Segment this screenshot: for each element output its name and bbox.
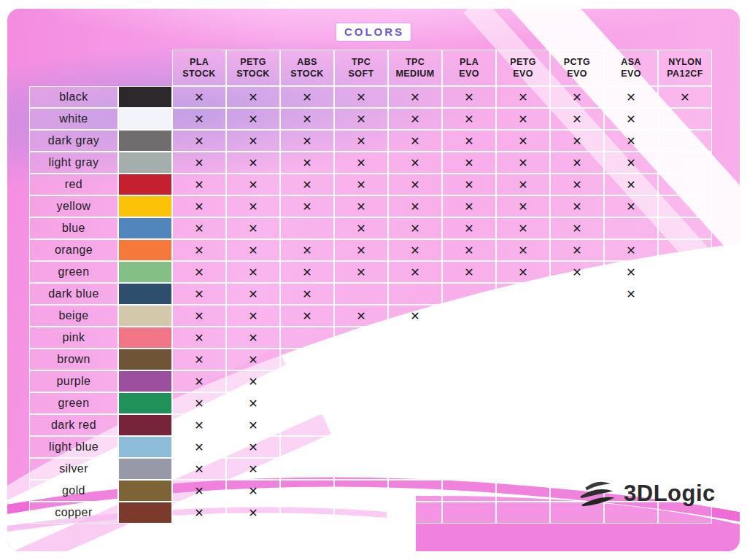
- availability-empty-cell: [496, 392, 550, 414]
- color-swatch-dark-gray: [118, 130, 172, 152]
- availability-x-mark: ✕: [280, 283, 334, 305]
- availability-empty-cell: [442, 283, 496, 305]
- color-swatch-green: [118, 392, 172, 414]
- availability-empty-cell: [550, 283, 604, 305]
- availability-x-mark: ✕: [550, 261, 604, 283]
- availability-x-mark: ✕: [442, 195, 496, 217]
- availability-empty-cell: [658, 108, 712, 130]
- color-row-label-orange: orange: [29, 239, 118, 261]
- availability-empty-cell: [334, 436, 388, 458]
- availability-empty-cell: [496, 305, 550, 327]
- availability-empty-cell: [442, 349, 496, 370]
- color-swatch-light-gray: [118, 152, 172, 174]
- availability-empty-cell: [442, 305, 496, 327]
- availability-x-mark: ✕: [334, 239, 388, 261]
- color-row-label-green: green: [29, 261, 118, 283]
- availability-empty-cell: [442, 370, 496, 392]
- availability-x-mark: ✕: [550, 239, 604, 261]
- availability-x-mark: ✕: [334, 305, 388, 327]
- color-swatch-dark-blue: [118, 283, 172, 305]
- availability-x-mark: ✕: [226, 392, 280, 414]
- availability-empty-cell: [604, 349, 658, 370]
- availability-x-mark: ✕: [388, 86, 442, 108]
- availability-empty-cell: [442, 327, 496, 349]
- availability-empty-cell: [658, 370, 712, 392]
- color-swatch-white: [118, 108, 172, 130]
- availability-x-mark: ✕: [172, 152, 226, 174]
- color-row-label-gold: gold: [29, 480, 118, 502]
- column-header-petg-stock: PETGSTOCK: [226, 50, 280, 86]
- availability-empty-cell: [658, 217, 712, 239]
- availability-empty-cell: [388, 349, 442, 370]
- availability-x-mark: ✕: [496, 195, 550, 217]
- page-title: COLORS: [336, 23, 411, 41]
- availability-empty-cell: [334, 370, 388, 392]
- availability-x-mark: ✕: [172, 327, 226, 349]
- column-header-petg-evo: PETGEVO: [496, 50, 550, 86]
- availability-x-mark: ✕: [604, 86, 658, 108]
- availability-x-mark: ✕: [226, 174, 280, 195]
- color-swatch-gold: [118, 480, 172, 502]
- availability-x-mark: ✕: [550, 130, 604, 152]
- color-row-label-dark-blue: dark blue: [29, 283, 118, 305]
- color-swatch-red: [118, 174, 172, 195]
- availability-x-mark: ✕: [226, 261, 280, 283]
- availability-empty-cell: [658, 305, 712, 327]
- availability-empty-cell: [388, 458, 442, 480]
- color-row-label-dark-red: dark red: [29, 414, 118, 436]
- availability-x-mark: ✕: [172, 502, 226, 524]
- availability-empty-cell: [280, 370, 334, 392]
- availability-empty-cell: [442, 480, 496, 502]
- availability-x-mark: ✕: [226, 217, 280, 239]
- availability-x-mark: ✕: [172, 217, 226, 239]
- availability-x-mark: ✕: [172, 458, 226, 480]
- availability-empty-cell: [280, 217, 334, 239]
- availability-x-mark: ✕: [172, 239, 226, 261]
- availability-x-mark: ✕: [226, 349, 280, 370]
- availability-x-mark: ✕: [226, 458, 280, 480]
- color-swatch-purple: [118, 370, 172, 392]
- availability-empty-cell: [496, 436, 550, 458]
- availability-empty-cell: [604, 305, 658, 327]
- color-row-label-black: black: [29, 86, 118, 108]
- color-swatch-copper: [118, 502, 172, 524]
- availability-x-mark: ✕: [604, 130, 658, 152]
- availability-x-mark: ✕: [226, 370, 280, 392]
- availability-empty-cell: [334, 414, 388, 436]
- availability-x-mark: ✕: [334, 217, 388, 239]
- availability-empty-cell: [658, 414, 712, 436]
- availability-empty-cell: [334, 392, 388, 414]
- availability-empty-cell: [442, 414, 496, 436]
- availability-x-mark: ✕: [388, 195, 442, 217]
- availability-x-mark: ✕: [172, 86, 226, 108]
- availability-x-mark: ✕: [172, 392, 226, 414]
- availability-x-mark: ✕: [280, 108, 334, 130]
- column-header-nylon-pa12cf: NYLONPA12CF: [658, 50, 712, 86]
- availability-x-mark: ✕: [496, 174, 550, 195]
- availability-x-mark: ✕: [388, 239, 442, 261]
- availability-x-mark: ✕: [334, 174, 388, 195]
- availability-empty-cell: [658, 392, 712, 414]
- availability-empty-cell: [550, 349, 604, 370]
- color-row-label-copper: copper: [29, 502, 118, 524]
- availability-x-mark: ✕: [226, 414, 280, 436]
- color-row-label-silver: silver: [29, 458, 118, 480]
- column-header-tpc-soft: TPCSOFT: [334, 50, 388, 86]
- availability-x-mark: ✕: [496, 108, 550, 130]
- availability-x-mark: ✕: [442, 217, 496, 239]
- column-header-pla-evo: PLAEVO: [442, 50, 496, 86]
- availability-x-mark: ✕: [442, 174, 496, 195]
- availability-x-mark: ✕: [604, 108, 658, 130]
- column-header-asa-evo: ASAEVO: [604, 50, 658, 86]
- availability-x-mark: ✕: [172, 349, 226, 370]
- color-row-label-blue: blue: [29, 217, 118, 239]
- 3dlogic-swoosh-icon: [575, 477, 617, 510]
- availability-empty-cell: [388, 392, 442, 414]
- availability-empty-cell: [388, 414, 442, 436]
- availability-empty-cell: [604, 370, 658, 392]
- availability-empty-cell: [442, 392, 496, 414]
- availability-x-mark: ✕: [334, 152, 388, 174]
- color-swatch-beige: [118, 305, 172, 327]
- availability-empty-cell: [604, 217, 658, 239]
- availability-empty-cell: [280, 458, 334, 480]
